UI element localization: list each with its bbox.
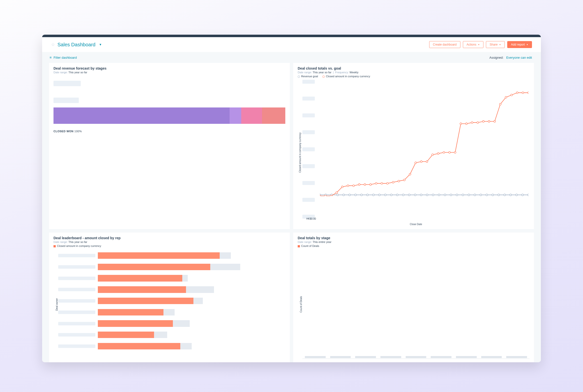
bar-cap [431, 356, 452, 358]
assigned-label: Assigned: [490, 56, 504, 60]
leaderboard-row[interactable] [58, 273, 285, 284]
card-title: Deal closed totals vs. goal [298, 66, 530, 70]
leaderboard-row[interactable] [58, 250, 285, 261]
leaderboard-row[interactable] [58, 306, 285, 318]
forecast-stacked-bar[interactable] [54, 108, 285, 124]
range-label: Date range: [54, 240, 68, 244]
create-dashboard-button[interactable]: Create dashboard [429, 41, 460, 48]
filter-dashboard-link[interactable]: ≡ Filter dashboard [50, 56, 77, 60]
svg-point-35 [528, 194, 528, 196]
svg-point-64 [477, 122, 478, 123]
window-top-bar [42, 35, 541, 37]
legend: Closed amount in company currency [54, 244, 285, 248]
leaderboard-rows [58, 250, 285, 359]
svg-point-63 [471, 122, 473, 123]
bar-wrap [98, 273, 285, 284]
actions-label: Actions [466, 43, 476, 46]
svg-point-67 [494, 120, 496, 122]
add-report-button[interactable]: Add report ▼ [507, 41, 532, 48]
assigned-group: Assigned: Everyone can edit [490, 56, 532, 60]
y-tick-redacted [302, 181, 315, 185]
stack-segment[interactable] [230, 108, 241, 124]
share-label: Share [490, 43, 498, 46]
bar-column[interactable] [456, 356, 477, 358]
bar-column[interactable] [355, 356, 376, 358]
actions-button[interactable]: Actions ▼ [463, 41, 484, 48]
bar-cap [481, 356, 502, 358]
star-icon[interactable]: ☆ [51, 42, 55, 47]
y-tick-redacted [302, 130, 315, 134]
legend-item[interactable]: Count of Deals [298, 244, 319, 248]
bar-value [98, 252, 220, 259]
range-value: This year so far [68, 71, 87, 74]
chart-body: Deal owner [54, 250, 285, 359]
redacted-figure [54, 98, 79, 103]
y-tick-redacted [302, 80, 315, 84]
bar-column[interactable] [380, 356, 401, 358]
leaderboard-row[interactable] [58, 284, 285, 296]
stack-segment[interactable] [264, 108, 285, 124]
y-tick-redacted [302, 96, 315, 100]
stack-segment[interactable] [262, 108, 264, 124]
leaderboard-row[interactable] [58, 329, 285, 340]
card-title: Deal revenue forecast by stages [54, 66, 285, 70]
legend-item-closed[interactable]: Closed amount in company currency [322, 75, 370, 78]
y-axis-label: Closed amount in company currency [298, 80, 302, 226]
svg-point-24 [462, 194, 464, 196]
range-label: Date range: [298, 71, 312, 74]
y-tick-redacted [302, 198, 315, 202]
owner-label-redacted [58, 276, 95, 280]
bar-columns[interactable] [302, 250, 530, 359]
y-axis-label: Count of Deals [298, 296, 302, 312]
bar-value [98, 275, 182, 282]
leaderboard-row[interactable] [58, 295, 285, 306]
svg-point-34 [522, 194, 523, 196]
bar-column[interactable] [481, 356, 502, 358]
bar-cap [406, 356, 426, 358]
line-chart[interactable] [320, 81, 528, 196]
square-icon [54, 245, 56, 248]
svg-point-28 [486, 194, 488, 196]
subheader: ≡ Filter dashboard Assigned: Everyone ca… [42, 52, 541, 63]
closed-won-value: 100% [74, 130, 82, 133]
svg-point-17 [420, 194, 422, 196]
svg-point-10 [378, 194, 380, 196]
bar-value [98, 286, 186, 293]
bar-wrap [98, 261, 285, 273]
card-title: Deal totals by stage [298, 236, 530, 240]
share-button[interactable]: Share ▼ [486, 41, 505, 48]
dashboard-title[interactable]: Sales Dashboard [58, 42, 95, 48]
svg-point-21 [444, 194, 446, 196]
svg-point-27 [480, 194, 482, 196]
card-closed-vs-goal: Deal closed totals vs. goal Date range: … [293, 63, 534, 229]
legend-item[interactable]: Closed amount in company currency [54, 244, 101, 248]
bar-column[interactable] [305, 356, 326, 358]
x-axis-label: Close Date [302, 223, 530, 226]
leaderboard-row[interactable] [58, 261, 285, 273]
closed-won-label: CLOSED WON [54, 130, 74, 133]
bar-column[interactable] [330, 356, 351, 358]
bar-column[interactable] [406, 356, 426, 358]
stack-segment[interactable] [54, 108, 230, 124]
sliders-icon: ≡ [50, 56, 52, 60]
bar-wrap [98, 284, 285, 296]
assigned-value[interactable]: Everyone can edit [506, 56, 532, 60]
bar-column[interactable] [431, 356, 452, 358]
legend-item-goal[interactable]: Revenue goal [298, 75, 318, 78]
card-leaderboard: Deal leaderboard - amount closed by rep … [49, 232, 290, 362]
chevron-down-icon[interactable]: ▼ [99, 43, 102, 46]
owner-label-redacted [58, 299, 95, 302]
stack-segment[interactable] [241, 108, 262, 124]
svg-point-49 [392, 181, 394, 183]
svg-point-41 [347, 185, 349, 186]
range-label: Date range: [54, 71, 68, 74]
bar-wrap [98, 295, 285, 306]
svg-point-13 [396, 194, 398, 196]
leaderboard-row[interactable] [58, 318, 285, 329]
svg-point-45 [370, 184, 371, 186]
leaderboard-row[interactable] [58, 340, 285, 352]
svg-point-58 [443, 152, 445, 153]
bar-column[interactable] [506, 356, 527, 358]
chart-body: Closed amount in company currency HK$0.0… [298, 80, 530, 226]
svg-point-26 [474, 194, 476, 196]
